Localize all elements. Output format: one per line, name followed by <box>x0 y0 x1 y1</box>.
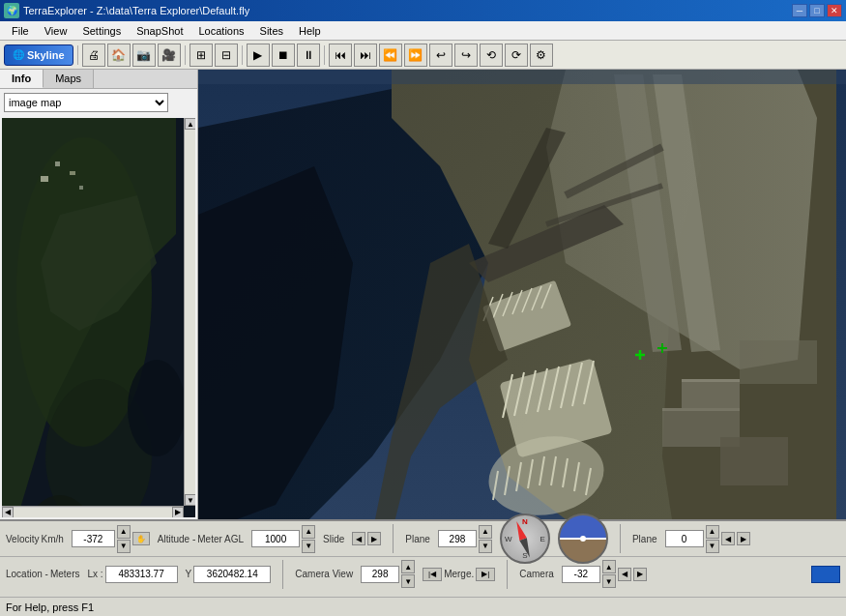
nav-btn-7[interactable]: ⟲ <box>480 44 503 67</box>
nav-btn-8[interactable]: ⟳ <box>505 44 528 67</box>
status-bar: For Help, press F1 <box>0 597 846 616</box>
velocity-label: Velocity <box>6 534 39 544</box>
merge-left[interactable]: |◀ <box>423 568 442 581</box>
plane1-down[interactable]: ▼ <box>479 540 492 553</box>
altitude-unit: Meter AGL <box>197 534 244 544</box>
altitude-input[interactable] <box>251 530 300 547</box>
home-button[interactable]: 🏠 <box>107 44 131 67</box>
play-button[interactable]: ▶ <box>247 44 270 67</box>
nav-btn-4[interactable]: ⏩ <box>404 44 427 67</box>
slide-group: Slide <box>323 534 344 544</box>
tab-info[interactable]: Info <box>0 70 44 88</box>
plane1-up[interactable]: ▲ <box>479 525 492 539</box>
nav-btn-3[interactable]: ⏪ <box>379 44 402 67</box>
camera-input[interactable] <box>562 566 600 583</box>
menubar-item-snapshot[interactable]: SnapShot <box>129 24 190 38</box>
camera-down[interactable]: ▼ <box>602 574 616 588</box>
altitude-down[interactable]: ▼ <box>302 540 315 553</box>
plane2-input-group: ▲ ▼ ◀ ▶ <box>665 525 750 553</box>
scroll-right-button[interactable]: ▶ <box>172 507 184 518</box>
svg-point-10 <box>128 360 186 456</box>
plane2-up[interactable]: ▲ <box>706 525 719 539</box>
menubar-item-locations[interactable]: Locations <box>190 24 251 38</box>
nav-btn-5[interactable]: ↩ <box>429 44 452 67</box>
tabs-row: Info Maps <box>0 70 197 89</box>
lx-input[interactable] <box>105 566 178 583</box>
plane1-input[interactable] <box>438 530 477 547</box>
camera-button[interactable]: 📷 <box>132 44 156 67</box>
menubar-item-help[interactable]: Help <box>291 24 329 38</box>
camera-label: Camera <box>519 569 554 579</box>
menubar-item-settings[interactable]: Settings <box>74 24 129 38</box>
svg-rect-62 <box>198 70 846 84</box>
menubar-item-view[interactable]: View <box>37 24 75 38</box>
menubar-item-sites[interactable]: Sites <box>252 24 291 38</box>
plane2-down[interactable]: ▼ <box>706 540 719 553</box>
left-panel: Info Maps image map topographic street m… <box>0 70 198 519</box>
camera-view-down[interactable]: ▼ <box>401 574 415 588</box>
camera-group: Camera <box>519 569 554 579</box>
altitude-group: Altitude - Meter AGL <box>158 534 244 544</box>
controls-row1: Velocity Km/h ▲ ▼ ✋ Altitude - Meter AGL… <box>0 521 846 556</box>
3d-viewport[interactable] <box>198 70 846 519</box>
svg-rect-4 <box>41 176 48 182</box>
y-label: Y <box>186 569 192 579</box>
svg-rect-51 <box>682 379 740 408</box>
camera-extra1[interactable]: ◀ <box>618 568 631 581</box>
nav-btn-1[interactable]: ⏮ <box>329 44 352 67</box>
camera-up[interactable]: ▲ <box>602 560 616 573</box>
y-input[interactable] <box>193 566 271 583</box>
print-button[interactable]: 🖨 <box>82 44 105 67</box>
velocity-hand[interactable]: ✋ <box>132 532 150 545</box>
camera-view-group: Camera View <box>295 569 353 579</box>
minimize-button[interactable]: ─ <box>792 4 807 17</box>
camera-extra2[interactable]: ▶ <box>633 568 647 581</box>
nav-btn-6[interactable]: ↪ <box>454 44 478 67</box>
camera-view-up[interactable]: ▲ <box>401 560 415 573</box>
camera-view-input[interactable] <box>361 566 399 583</box>
velocity-group: Velocity Km/h <box>6 534 64 544</box>
slide-right[interactable]: ▶ <box>367 532 381 545</box>
camera-view-label: Camera View <box>295 569 353 579</box>
toolbar-separator-2 <box>185 45 186 65</box>
slide-left[interactable]: ◀ <box>352 532 365 545</box>
plane2-extra1[interactable]: ◀ <box>721 532 735 545</box>
map-type-select[interactable]: image map topographic street map <box>4 93 168 112</box>
map-scrollbar-horizontal[interactable]: ◀ ▶ <box>2 506 184 517</box>
altitude-up[interactable]: ▲ <box>302 525 315 539</box>
merge-label: Merge. <box>444 569 474 579</box>
altitude-input-group: ▲ ▼ <box>251 525 315 553</box>
nav-btn-9[interactable]: ⚙ <box>530 44 553 67</box>
map-scrollbar-vertical[interactable]: ▲ ▼ <box>184 118 195 506</box>
merge-right[interactable]: ▶| <box>476 568 495 581</box>
velocity-spinners: ▲ ▼ <box>117 525 131 553</box>
stop-button[interactable]: ⏹ <box>272 44 295 67</box>
menubar-item-file[interactable]: File <box>4 24 37 38</box>
slide-input-group: ◀ ▶ <box>352 532 381 545</box>
velocity-down[interactable]: ▼ <box>117 540 131 553</box>
skyline-label: Skyline <box>27 49 65 61</box>
close-button[interactable]: ✕ <box>827 4 842 17</box>
scroll-down-button[interactable]: ▼ <box>185 494 195 506</box>
pause-button[interactable]: ⏸ <box>297 44 320 67</box>
square-btn-2[interactable]: ⊟ <box>215 44 238 67</box>
camera-spinners: ▲ ▼ <box>602 560 616 588</box>
plane1-spinners: ▲ ▼ <box>479 525 492 553</box>
camera-view-spinners: ▲ ▼ <box>401 560 415 588</box>
velocity-up[interactable]: ▲ <box>117 525 131 539</box>
app-icon: 🌍 <box>4 3 19 18</box>
scroll-up-button[interactable]: ▲ <box>185 118 195 130</box>
scroll-left-button[interactable]: ◀ <box>2 507 14 518</box>
skyline-button[interactable]: 🌐 Skyline <box>4 44 73 66</box>
divider-2 <box>620 524 621 553</box>
divider-1 <box>393 524 394 553</box>
maximize-button[interactable]: □ <box>809 4 825 17</box>
plane2-extra2[interactable]: ▶ <box>737 532 750 545</box>
tab-maps[interactable]: Maps <box>44 70 94 88</box>
nav-btn-2[interactable]: ⏭ <box>354 44 377 67</box>
video-button[interactable]: 🎥 <box>158 44 181 67</box>
toolbar: 🌐 Skyline 🖨 🏠 📷 🎥 ⊞ ⊟ ▶ ⏹ ⏸ ⏮ ⏭ ⏪ ⏩ ↩ ↪ … <box>0 41 846 70</box>
square-btn-1[interactable]: ⊞ <box>190 44 213 67</box>
velocity-input[interactable] <box>72 530 115 547</box>
plane2-input[interactable] <box>665 530 704 547</box>
